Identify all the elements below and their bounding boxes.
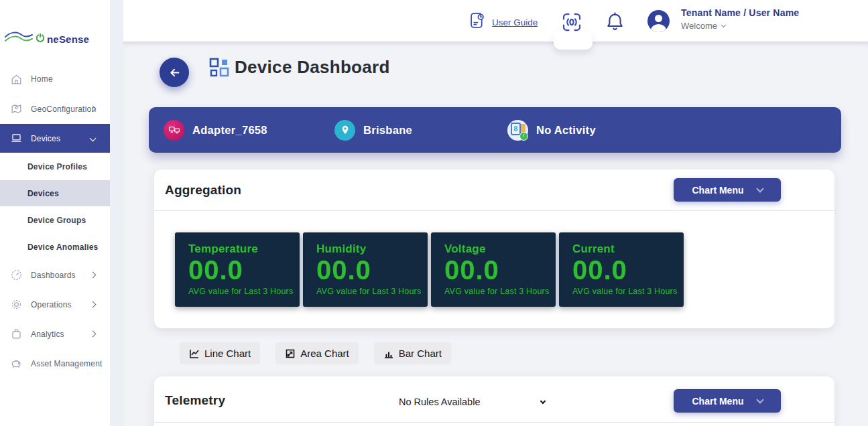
scan-icon[interactable] — [560, 10, 584, 37]
chevron-right-icon — [90, 272, 97, 279]
aggregation-chart-menu-button[interactable]: Chart Menu — [674, 178, 781, 202]
banner-location: Brisbane — [334, 107, 412, 153]
chevron-down-icon — [540, 398, 546, 403]
bar-chart-icon — [383, 348, 394, 359]
chart-type-label: Area Chart — [300, 348, 349, 359]
sidebar-subitem-label: Device Profiles — [27, 162, 87, 171]
page-title: Device Dashboard — [235, 57, 390, 78]
sidebar-item-operations[interactable]: Operations — [0, 290, 110, 319]
map-icon — [10, 102, 23, 115]
rules-select[interactable]: No Rules Available — [399, 395, 545, 409]
device-location: Brisbane — [363, 124, 412, 137]
metric-value: 00.0 — [572, 256, 684, 285]
onesense-logo[interactable]: neSense — [4, 28, 89, 50]
device-dashboard-app: neSense Home GeoConfiguration — [0, 0, 868, 426]
sidebar-item-label: Home — [31, 74, 53, 84]
sidebar: neSense Home GeoConfiguration — [0, 0, 110, 426]
metric-value: 00.0 — [188, 256, 300, 285]
metric-value: 00.0 — [444, 256, 556, 285]
area-chart-icon — [285, 348, 296, 359]
sidebar-item-analytics[interactable]: Analytics — [0, 320, 110, 348]
area-chart-button[interactable]: Area Chart — [275, 342, 359, 364]
device-summary-banner: Adapter_7658 Brisbane 8 No Activity — [149, 107, 841, 153]
chevron-down-icon — [721, 22, 726, 27]
chevron-down-icon — [90, 135, 97, 142]
metric-name: Temperature — [188, 242, 300, 256]
sidebar-subitem-device-profiles[interactable]: Device Profiles — [0, 153, 110, 180]
back-button[interactable] — [160, 58, 189, 87]
device-name: Adapter_7658 — [192, 124, 267, 137]
user-menu[interactable]: Tenant Name / User Name Welcome — [681, 7, 799, 31]
chart-type-label: Line Chart — [204, 348, 251, 359]
bag-icon — [10, 328, 23, 340]
bar-chart-button[interactable]: Bar Chart — [374, 342, 451, 364]
line-chart-icon — [189, 348, 200, 359]
sidebar-item-dashboards[interactable]: Dashboards — [0, 261, 110, 289]
activity-calendar-clock-icon: 8 — [507, 120, 528, 141]
metric-caption: AVG value for Last 3 Hours — [188, 287, 300, 296]
aggregation-card-header: Aggregation Chart Menu — [154, 169, 834, 211]
activity-digit: 8 — [511, 123, 521, 135]
sidebar-subitem-label: Device Anomalies — [27, 242, 98, 252]
banner-device: Adapter_7658 — [164, 107, 267, 153]
metric-value: 00.0 — [316, 256, 428, 285]
sidebar-subitem-device-anomalies[interactable]: Device Anomalies — [0, 234, 110, 260]
aggregation-title: Aggregation — [165, 183, 241, 198]
chart-menu-label: Chart Menu — [692, 185, 744, 196]
logo-text: neSense — [47, 33, 89, 45]
sidebar-subitem-devices[interactable]: Devices — [0, 180, 110, 206]
metric-card-temperature: Temperature 00.0 AVG value for Last 3 Ho… — [175, 232, 300, 307]
metric-cards-row: Temperature 00.0 AVG value for Last 3 Ho… — [175, 232, 684, 307]
sidebar-subitem-label: Devices — [27, 189, 59, 198]
dashboard-grid-icon — [209, 58, 229, 80]
metric-caption: AVG value for Last 3 Hours — [572, 287, 684, 296]
sidebar-item-geoconfiguration[interactable]: GeoConfiguration — [0, 94, 110, 123]
welcome-text: Welcome — [681, 21, 717, 31]
metric-card-humidity: Humidity 00.0 AVG value for Last 3 Hours — [303, 232, 428, 307]
gauge-icon — [10, 269, 23, 281]
sidebar-item-label: GeoConfiguration — [31, 104, 96, 114]
rules-select-value: No Rules Available — [399, 397, 480, 407]
metric-card-voltage: Voltage 00.0 AVG value for Last 3 Hours — [431, 232, 556, 307]
telemetry-chart-menu-button[interactable]: Chart Menu — [674, 389, 781, 413]
main-content: Device Dashboard Adapter_7658 — [123, 42, 868, 426]
top-header: User Guide Tenant — [123, 0, 868, 42]
sidebar-subitem-label: Device Groups — [27, 216, 86, 225]
notifications-bell-icon[interactable] — [605, 11, 625, 36]
telemetry-card-header: Telemetry No Rules Available Chart Menu — [154, 376, 834, 423]
tenant-user-name: Tenant Name / User Name — [681, 7, 799, 18]
sidebar-item-home[interactable]: Home — [0, 65, 110, 93]
sidebar-item-label: Devices — [31, 134, 60, 143]
metric-name: Voltage — [444, 242, 556, 256]
sidebar-item-label: Analytics — [31, 330, 64, 339]
chart-menu-label: Chart Menu — [692, 396, 744, 407]
laptop-icon — [10, 132, 23, 145]
home-icon — [10, 73, 23, 86]
chevron-right-icon — [90, 331, 97, 338]
chevron-down-icon — [756, 185, 763, 192]
telemetry-card: Telemetry No Rules Available Chart Menu — [154, 376, 834, 426]
activity-status: No Activity — [536, 124, 596, 137]
sidebar-item-asset-management[interactable]: Asset Management — [0, 349, 110, 378]
location-pin-icon — [334, 120, 355, 141]
adapter-icon — [164, 120, 184, 141]
aggregation-card: Aggregation Chart Menu Temperature 00.0 … — [154, 169, 834, 328]
user-guide-label[interactable]: User Guide — [492, 17, 538, 27]
telemetry-title: Telemetry — [165, 393, 225, 408]
sidebar-subitem-device-groups[interactable]: Device Groups — [0, 207, 110, 233]
avatar[interactable] — [647, 10, 670, 32]
logo-swoosh-icon — [4, 29, 34, 49]
sidebar-item-label: Asset Management — [31, 359, 103, 368]
line-chart-button[interactable]: Line Chart — [180, 342, 260, 364]
metric-caption: AVG value for Last 3 Hours — [444, 287, 556, 296]
metric-card-current: Current 00.0 AVG value for Last 3 Hours — [559, 232, 684, 307]
chevron-down-icon — [756, 396, 763, 403]
sidebar-item-devices[interactable]: Devices — [0, 124, 110, 153]
arrow-left-icon — [168, 66, 181, 79]
metric-name: Current — [572, 242, 684, 256]
avatar-body — [651, 24, 666, 32]
activity-clock-shape — [519, 132, 528, 141]
user-guide-link[interactable]: User Guide — [469, 11, 538, 33]
chart-type-buttons: Line Chart Area Chart Bar Chart — [180, 342, 451, 364]
metric-caption: AVG value for Last 3 Hours — [316, 287, 428, 296]
